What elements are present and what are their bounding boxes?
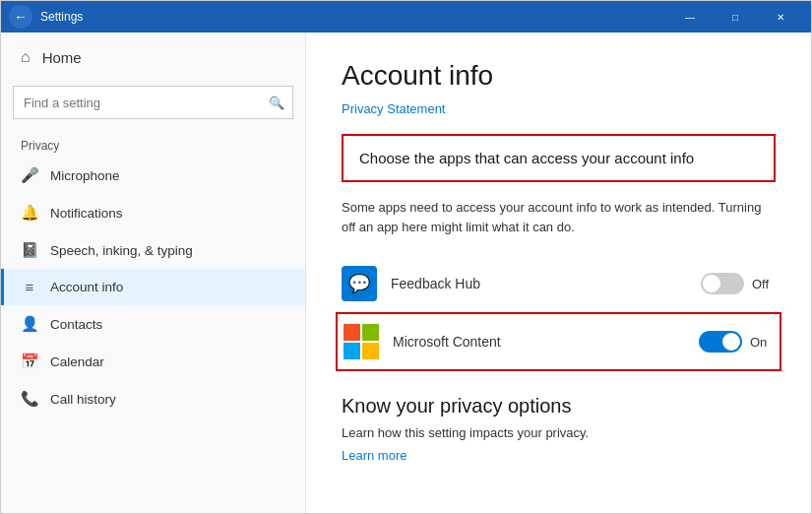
- choose-apps-text: Choose the apps that can access your acc…: [359, 150, 694, 166]
- maximize-icon: □: [732, 12, 738, 23]
- calendar-icon: 📅: [21, 353, 38, 370]
- microsoft-content-icon: [344, 324, 379, 359]
- feedback-hub-icon: 💬: [342, 266, 377, 301]
- ms-sq-yellow: [362, 343, 379, 359]
- speech-icon: 📓: [21, 241, 38, 259]
- back-icon: ←: [14, 9, 28, 25]
- search-icon: 🔍: [261, 96, 292, 110]
- sidebar-item-contacts[interactable]: 👤 Contacts: [1, 305, 305, 343]
- window-title: Settings: [40, 10, 667, 24]
- titlebar: ← Settings — □ ✕: [1, 1, 811, 32]
- sidebar-item-label: Account info: [50, 280, 123, 294]
- apps-description: Some apps need to access your account in…: [342, 198, 776, 236]
- ms-sq-red: [344, 324, 360, 341]
- feedback-hub-name: Feedback Hub: [391, 276, 701, 291]
- sidebar-item-label: Speech, inking, & typing: [50, 243, 193, 258]
- notifications-icon: 🔔: [21, 204, 38, 222]
- feedback-hub-toggle[interactable]: [701, 273, 744, 294]
- feedback-hub-row: 💬 Feedback Hub Off: [342, 256, 776, 312]
- privacy-section-title: Know your privacy options: [342, 395, 776, 418]
- feedback-hub-icon-symbol: 💬: [348, 273, 370, 294]
- microsoft-content-toggle-knob: [722, 333, 740, 351]
- page-title: Account info: [342, 60, 776, 92]
- home-label: Home: [42, 49, 82, 66]
- feedback-hub-toggle-area: Off: [701, 273, 776, 294]
- sidebar-item-account-info[interactable]: ≡ Account info: [1, 269, 305, 305]
- microphone-icon: 🎤: [21, 166, 38, 184]
- sidebar-item-label: Calendar: [50, 354, 104, 369]
- ms-sq-blue: [344, 343, 360, 359]
- sidebar-item-home[interactable]: ⌂ Home: [1, 32, 305, 82]
- microsoft-content-toggle-area: On: [699, 331, 774, 353]
- feedback-hub-toggle-label: Off: [752, 277, 776, 291]
- microsoft-content-highlighted: Microsoft Content On: [336, 312, 781, 371]
- window-controls: — □ ✕: [667, 1, 803, 32]
- close-button[interactable]: ✕: [758, 1, 803, 32]
- microsoft-content-row: Microsoft Content On: [344, 314, 774, 369]
- sidebar-item-label: Microphone: [50, 168, 120, 183]
- contacts-icon: 👤: [21, 315, 38, 333]
- minimize-icon: —: [685, 12, 695, 23]
- microsoft-content-toggle[interactable]: [699, 331, 742, 353]
- maximize-button[interactable]: □: [713, 1, 758, 32]
- sidebar-section-label: Privacy: [1, 131, 305, 157]
- minimize-button[interactable]: —: [667, 1, 713, 32]
- close-icon: ✕: [777, 12, 784, 23]
- feedback-hub-toggle-knob: [703, 275, 720, 292]
- privacy-section-desc: Learn how this setting impacts your priv…: [342, 425, 776, 440]
- ms-sq-green: [362, 324, 379, 341]
- microsoft-content-toggle-label: On: [750, 335, 774, 350]
- home-icon: ⌂: [21, 48, 31, 66]
- learn-more-link[interactable]: Learn more: [342, 448, 406, 463]
- back-button[interactable]: ←: [9, 5, 32, 29]
- sidebar-item-calendar[interactable]: 📅 Calendar: [1, 343, 305, 380]
- call-history-icon: 📞: [21, 390, 38, 408]
- sidebar-item-label: Contacts: [50, 317, 102, 332]
- sidebar-item-notifications[interactable]: 🔔 Notifications: [1, 194, 305, 231]
- microsoft-content-name: Microsoft Content: [393, 334, 699, 350]
- search-input[interactable]: [14, 96, 261, 110]
- main-content: Account info Privacy Statement Choose th…: [306, 32, 811, 513]
- search-box: 🔍: [13, 86, 293, 119]
- choose-apps-box: Choose the apps that can access your acc…: [342, 134, 776, 182]
- description-text: Some apps need to access your account in…: [342, 200, 761, 234]
- content-area: ⌂ Home 🔍 Privacy 🎤 Microphone 🔔 Notifica…: [1, 32, 811, 513]
- sidebar-item-speech[interactable]: 📓 Speech, inking, & typing: [1, 231, 305, 269]
- sidebar: ⌂ Home 🔍 Privacy 🎤 Microphone 🔔 Notifica…: [1, 32, 306, 513]
- feedback-hub-icon-wrapper: 💬: [342, 266, 377, 301]
- microsoft-content-icon-wrapper: [344, 324, 379, 359]
- sidebar-item-microphone[interactable]: 🎤 Microphone: [1, 157, 305, 194]
- privacy-statement-link[interactable]: Privacy Statement: [342, 101, 446, 116]
- sidebar-item-call-history[interactable]: 📞 Call history: [1, 380, 305, 418]
- sidebar-item-label: Notifications: [50, 206, 123, 221]
- sidebar-item-label: Call history: [50, 392, 116, 407]
- account-info-icon: ≡: [21, 279, 38, 295]
- settings-window: ← Settings — □ ✕ ⌂ Home 🔍 P: [0, 0, 812, 514]
